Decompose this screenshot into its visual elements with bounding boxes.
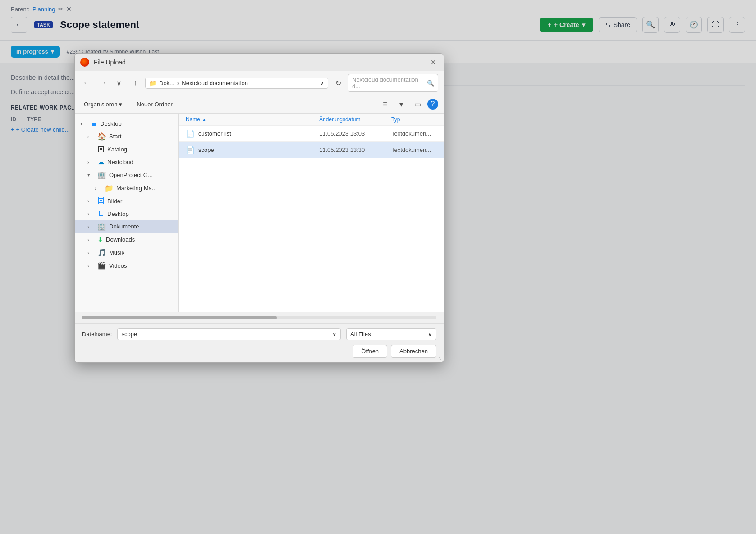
col-date-header[interactable]: Änderungsdatum (319, 116, 391, 123)
filename-value: scope (121, 331, 137, 338)
dialog-title: File Upload (94, 59, 424, 66)
expand-icon: › (87, 250, 95, 256)
file-name-scope: scope (198, 146, 319, 153)
sidebar-item-label-nextcloud: Nextcloud (107, 159, 173, 165)
file-toolbar: Organisieren ▾ Neuer Ordner ≡ ▾ ▭ ? (75, 95, 444, 114)
sidebar-item-dokumente[interactable]: › 🏢 Dokumente (75, 220, 178, 233)
expand-icon: ▾ (80, 121, 87, 127)
path-chevron-icon: ∨ (320, 80, 324, 87)
filename-label: Dateiname: (82, 331, 112, 338)
file-type-customer: Textdokumen... (391, 130, 436, 137)
start-icon: 🏠 (97, 132, 106, 141)
expand-icon: › (87, 134, 95, 139)
sidebar-item-label-musik: Musik (109, 249, 173, 256)
filetype-value: All Files (350, 331, 371, 338)
search-bar[interactable]: Nextcloud documentation d... 🔍 (348, 74, 438, 92)
organize-chevron-icon: ▾ (119, 101, 122, 108)
col-date-label: Änderungsdatum (319, 116, 360, 123)
sidebar-item-start[interactable]: › 🏠 Start (75, 130, 178, 143)
videos-icon: 🎬 (97, 261, 106, 270)
nav-forward-button[interactable]: → (96, 77, 109, 89)
path-part2: Nextcloud documentation (182, 80, 248, 87)
file-date-customer: 11.05.2023 13:03 (319, 130, 391, 137)
sidebar-item-nextcloud[interactable]: › ☁ Nextcloud (75, 155, 178, 169)
sidebar-item-label-marketing: Marketing Ma... (116, 185, 173, 192)
expand-icon: › (87, 224, 95, 229)
sidebar-item-label-dokumente: Dokumente (109, 223, 173, 230)
firefox-icon (80, 58, 89, 67)
nav-bar: ← → ∨ ↑ 📁 Dok... › Nextcloud documentati… (75, 71, 444, 95)
sidebar-item-label-desktop: Desktop (100, 120, 173, 127)
expand-icon: › (87, 263, 95, 269)
dialog-button-row: Öffnen Abbrechen (82, 345, 436, 358)
nextcloud-icon: ☁ (97, 158, 105, 166)
col-type-header[interactable]: Typ (391, 116, 436, 123)
col-type-label: Typ (391, 116, 400, 123)
view-list-button[interactable]: ≡ (379, 98, 391, 110)
new-folder-label: Neuer Ordner (137, 101, 172, 108)
panel-toggle-button[interactable]: ▭ (411, 98, 424, 110)
expand-icon: › (87, 237, 95, 242)
new-folder-button[interactable]: Neuer Ordner (133, 99, 176, 110)
sidebar-item-katalog[interactable]: 🖼 Katalog (75, 143, 178, 155)
nav-dropdown-button[interactable]: ∨ (113, 77, 125, 89)
sidebar-item-desktop-root[interactable]: ▾ 🖥 Desktop (75, 117, 178, 130)
expand-icon: › (87, 198, 95, 204)
filename-row: Dateiname: scope ∨ All Files ∨ (82, 328, 436, 340)
path-bar[interactable]: 📁 Dok... › Nextcloud documentation ∨ (145, 78, 328, 89)
toolbar-right-icons: ≡ ▾ ▭ ? (379, 98, 438, 110)
sidebar-item-label-downloads: Downloads (106, 236, 173, 243)
file-upload-dialog: File Upload × ← → ∨ ↑ 📁 Dok... › Nextclo… (74, 53, 444, 363)
nav-up-button[interactable]: ↑ (129, 77, 142, 89)
sidebar-item-downloads[interactable]: › ⬇ Downloads (75, 233, 178, 246)
expand-icon: › (87, 211, 95, 216)
cancel-button[interactable]: Abbrechen (391, 345, 436, 358)
file-date-scope: 11.05.2023 13:30 (319, 146, 391, 153)
nav-refresh-button[interactable]: ↻ (332, 77, 344, 89)
path-part1: Dok... (159, 80, 174, 87)
file-row-scope[interactable]: 📄 scope 11.05.2023 13:30 Textdokumen... (179, 142, 444, 158)
file-type-scope: Textdokumen... (391, 146, 436, 153)
openproject-icon: 🏢 (97, 171, 106, 179)
sidebar-item-label-desktop2: Desktop (107, 210, 173, 217)
sidebar-item-label-openproject: OpenProject G... (109, 172, 173, 178)
sidebar-item-musik[interactable]: › 🎵 Musik (75, 246, 178, 259)
col-name-label: Name (186, 116, 200, 123)
sidebar-item-label-videos: Videos (109, 262, 173, 269)
organize-label: Organisieren (84, 101, 117, 108)
dialog-close-button[interactable]: × (428, 57, 438, 67)
expand-icon: ▾ (87, 172, 95, 178)
horizontal-scrollbar[interactable] (82, 316, 436, 319)
help-button[interactable]: ? (427, 99, 438, 110)
open-button[interactable]: Öffnen (353, 345, 387, 358)
file-sidebar: ▾ 🖥 Desktop › 🏠 Start 🖼 Katalog › ☁ Next… (75, 114, 179, 312)
col-name-header[interactable]: Name ▲ (186, 116, 319, 123)
sidebar-item-videos[interactable]: › 🎬 Videos (75, 259, 178, 272)
sidebar-item-label-katalog: Katalog (107, 146, 173, 153)
expand-icon: › (87, 160, 95, 165)
sort-arrow-icon: ▲ (202, 117, 206, 122)
path-folder-icon: 📁 (149, 80, 156, 87)
file-row-customer-list[interactable]: 📄 customer list 11.05.2023 13:03 Textdok… (179, 126, 444, 142)
nav-back-button[interactable]: ← (80, 77, 93, 89)
sidebar-item-openproject[interactable]: ▾ 🏢 OpenProject G... (75, 169, 178, 182)
dialog-bottom: Dateiname: scope ∨ All Files ∨ Öffnen Ab… (75, 323, 444, 362)
search-icon: 🔍 (427, 80, 434, 87)
marketing-icon: 📁 (105, 184, 114, 192)
view-chevron-button[interactable]: ▾ (395, 98, 408, 110)
filetype-chevron-icon: ∨ (428, 331, 432, 338)
sidebar-item-bilder[interactable]: › 🖼 Bilder (75, 195, 178, 207)
file-name-customer: customer list (198, 130, 319, 137)
organize-button[interactable]: Organisieren ▾ (80, 99, 126, 110)
filetype-select[interactable]: All Files ∨ (346, 328, 436, 340)
search-placeholder-text: Nextcloud documentation d... (352, 76, 424, 90)
resize-handle[interactable]: ⋱ (438, 357, 444, 362)
file-list-header: Name ▲ Änderungsdatum Typ (179, 114, 444, 126)
bilder-icon: 🖼 (97, 197, 105, 205)
expand-icon: › (95, 186, 102, 191)
sidebar-item-desktop2[interactable]: › 🖥 Desktop (75, 207, 178, 220)
katalog-icon: 🖼 (97, 145, 105, 153)
sidebar-item-marketing[interactable]: › 📁 Marketing Ma... (75, 182, 178, 195)
scroll-thumb (82, 316, 277, 319)
filename-input[interactable]: scope ∨ (117, 328, 341, 340)
